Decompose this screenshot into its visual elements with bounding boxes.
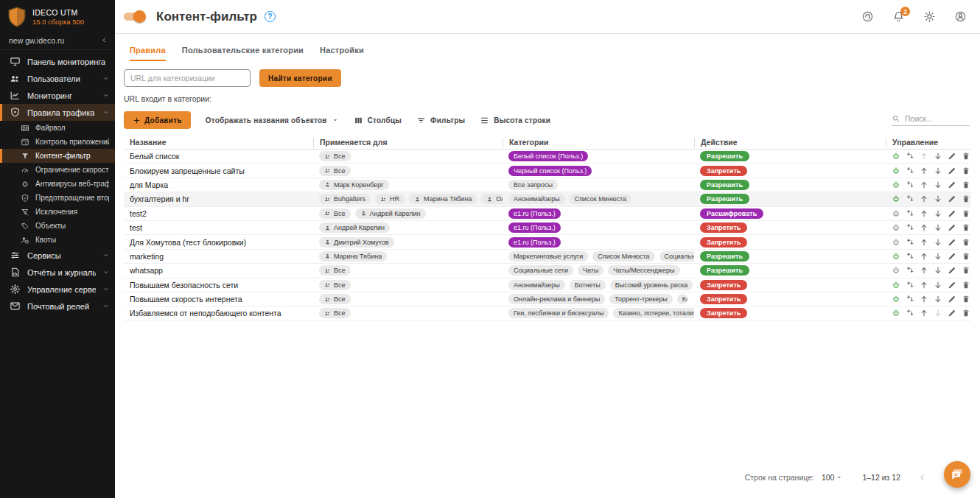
display-object-names-dropdown[interactable]: Отображать названия объектов — [206, 116, 339, 124]
edit-button[interactable] — [948, 295, 956, 304]
sidebar-item-monitoring[interactable]: Мониторинг — [0, 87, 115, 104]
sidebar-item-quotas[interactable]: Квоты — [0, 233, 115, 247]
table-row[interactable]: marketingМарина ТябинаМаркетинговые услу… — [124, 250, 971, 264]
power-toggle[interactable] — [892, 295, 900, 304]
support-chat-fab[interactable] — [944, 461, 970, 488]
move-down-button[interactable] — [934, 238, 942, 247]
edit-button[interactable] — [948, 309, 956, 318]
move-up-button[interactable] — [920, 238, 928, 247]
sidebar-item-reports[interactable]: Отчёты и журналы — [0, 264, 115, 281]
table-row[interactable]: Повышаем скорость интернетаВсеОнлайн-рек… — [124, 292, 971, 306]
edit-button[interactable] — [948, 166, 956, 175]
insert-rule-button[interactable] — [906, 180, 914, 189]
power-toggle[interactable] — [892, 166, 900, 175]
table-row[interactable]: Для Хомутова (тест блокировки)Дмитрий Хо… — [124, 235, 971, 249]
power-toggle[interactable] — [892, 281, 900, 290]
delete-button[interactable] — [962, 180, 970, 189]
sidebar-item-server-management[interactable]: Управление сервером — [0, 281, 115, 298]
sidebar-item-web-antivirus[interactable]: Антивирусы веб-трафика — [0, 177, 115, 191]
edit-button[interactable] — [948, 180, 956, 189]
move-up-button[interactable] — [920, 194, 928, 203]
sidebar-item-services[interactable]: Сервисы — [0, 247, 115, 264]
move-down-button[interactable] — [934, 266, 942, 275]
delete-button[interactable] — [962, 223, 970, 232]
help-icon[interactable]: ? — [265, 11, 276, 22]
row-height-button[interactable]: Высота строки — [480, 116, 550, 125]
edit-button[interactable] — [948, 266, 956, 275]
move-up-button[interactable] — [920, 209, 928, 218]
delete-button[interactable] — [962, 266, 970, 275]
filters-button[interactable]: Фильтры — [416, 116, 465, 125]
delete-button[interactable] — [962, 238, 970, 247]
edit-button[interactable] — [948, 152, 956, 161]
insert-rule-button[interactable] — [906, 309, 914, 318]
column-header-3[interactable]: Действие — [694, 138, 886, 147]
table-row[interactable]: Белый списокВсеБелый список (Польз.)Разр… — [124, 150, 971, 164]
sidebar-item-app-control[interactable]: Контроль приложений — [0, 135, 115, 149]
power-toggle[interactable] — [892, 180, 900, 189]
column-header-2[interactable]: Категории — [503, 138, 694, 147]
table-search-input[interactable] — [905, 114, 964, 123]
delete-button[interactable] — [962, 252, 970, 261]
table-row[interactable]: для МаркаМарк КоренбергВсе запросыРазреш… — [124, 178, 971, 192]
insert-rule-button[interactable] — [906, 295, 914, 304]
power-toggle[interactable] — [892, 152, 900, 161]
sidebar-item-content-filter[interactable]: Контент-фильтр — [0, 149, 115, 163]
tab-0[interactable]: Правила — [130, 46, 166, 61]
move-down-button[interactable] — [934, 166, 942, 175]
insert-rule-button[interactable] — [906, 209, 914, 218]
move-down-button[interactable] — [934, 309, 942, 318]
delete-button[interactable] — [962, 309, 970, 318]
power-toggle[interactable] — [892, 252, 900, 261]
power-toggle[interactable] — [892, 209, 900, 218]
delete-button[interactable] — [962, 209, 970, 218]
move-up-button[interactable] — [920, 281, 928, 290]
table-row[interactable]: Повышаем безопасность сетиВсеАнонимайзер… — [124, 278, 971, 292]
insert-rule-button[interactable] — [906, 223, 914, 232]
move-down-button[interactable] — [934, 180, 942, 189]
edit-button[interactable] — [948, 223, 956, 232]
move-up-button[interactable] — [920, 166, 928, 175]
move-down-button[interactable] — [934, 152, 942, 161]
edit-button[interactable] — [948, 252, 956, 261]
sidebar-item-users[interactable]: Пользователи — [0, 70, 115, 87]
module-toggle[interactable] — [124, 13, 144, 21]
table-row[interactable]: test2ВсеАндрей Карелинe1.ru (Польз.)Расш… — [124, 207, 971, 221]
account-icon[interactable] — [954, 10, 967, 23]
notifications-bell-icon[interactable]: 2 — [892, 10, 905, 23]
add-rule-button[interactable]: Добавить — [124, 111, 191, 129]
edit-button[interactable] — [948, 209, 956, 218]
theme-sun-icon[interactable] — [923, 10, 936, 23]
table-row[interactable]: Избавляемся от неподобающего контентаВсе… — [124, 306, 971, 320]
insert-rule-button[interactable] — [906, 281, 914, 290]
table-row[interactable]: бухгалтерия и hrBuhgaltersHRМарина Тябин… — [124, 192, 971, 206]
power-toggle[interactable] — [892, 194, 900, 203]
move-up-button[interactable] — [920, 309, 928, 318]
table-row[interactable]: testАндрей Карелинe1.ru (Польз.)Запретит… — [124, 221, 971, 235]
move-up-button[interactable] — [920, 266, 928, 275]
url-categorization-input[interactable] — [124, 69, 251, 87]
table-row[interactable]: whatsappВсеСоциальные сетиЧатыЧаты/Мессе… — [124, 264, 971, 278]
edit-button[interactable] — [948, 194, 956, 203]
column-header-4[interactable]: Управление — [886, 138, 971, 147]
move-down-button[interactable] — [934, 209, 942, 218]
power-toggle[interactable] — [892, 238, 900, 247]
power-toggle[interactable] — [892, 223, 900, 232]
insert-rule-button[interactable] — [906, 266, 914, 275]
move-up-button[interactable] — [920, 180, 928, 189]
columns-button[interactable]: Столбцы — [354, 116, 402, 125]
move-up-button[interactable] — [920, 223, 928, 232]
move-down-button[interactable] — [934, 281, 942, 290]
insert-rule-button[interactable] — [906, 252, 914, 261]
insert-rule-button[interactable] — [906, 152, 914, 161]
sidebar-item-traffic-rules[interactable]: Правила трафика — [0, 104, 115, 121]
collapse-sidebar-icon[interactable] — [101, 37, 108, 43]
sidebar-item-firewall[interactable]: Файрвол — [0, 121, 115, 135]
support-icon[interactable] — [861, 10, 874, 23]
rows-per-page-select[interactable]: 100 — [822, 473, 844, 482]
delete-button[interactable] — [962, 166, 970, 175]
move-up-button[interactable] — [920, 252, 928, 261]
tab-1[interactable]: Пользовательские категории — [182, 46, 304, 61]
move-down-button[interactable] — [934, 295, 942, 304]
move-down-button[interactable] — [934, 252, 942, 261]
